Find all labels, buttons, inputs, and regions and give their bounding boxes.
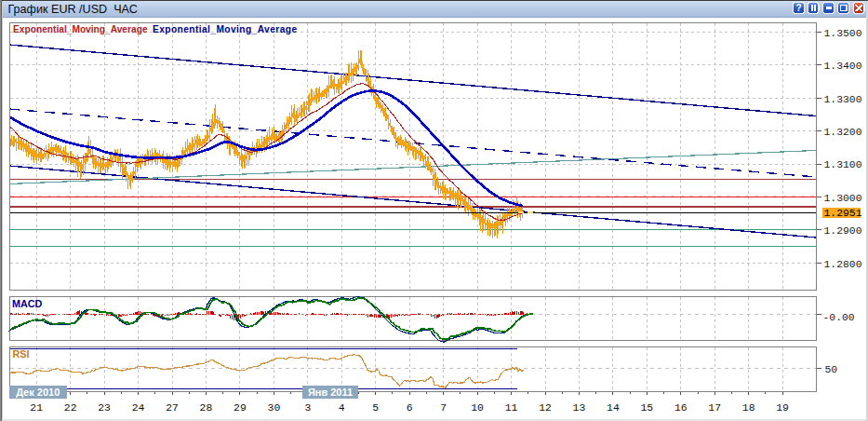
svg-text:1.3400: 1.3400 bbox=[824, 61, 862, 72]
svg-text:7: 7 bbox=[440, 402, 447, 414]
svg-text:Янв 2011: Янв 2011 bbox=[308, 387, 353, 398]
svg-text:?: ? bbox=[796, 3, 802, 13]
svg-text:24: 24 bbox=[132, 402, 145, 414]
svg-text:Дек 2010: Дек 2010 bbox=[16, 387, 60, 398]
svg-text:27: 27 bbox=[166, 402, 179, 414]
svg-text:14: 14 bbox=[607, 402, 620, 414]
svg-text:15: 15 bbox=[640, 402, 653, 414]
svg-text:6: 6 bbox=[407, 402, 413, 414]
svg-text:12: 12 bbox=[539, 402, 552, 414]
svg-text:1.3200: 1.3200 bbox=[824, 127, 862, 138]
svg-text:Exponential_Moving_Average: Exponential_Moving_Average bbox=[13, 24, 148, 34]
svg-text:MACD: MACD bbox=[12, 298, 43, 309]
svg-text:50: 50 bbox=[825, 364, 838, 375]
svg-text:11: 11 bbox=[505, 402, 518, 414]
svg-text:-0.00: -0.00 bbox=[823, 312, 855, 323]
svg-text:1.3100: 1.3100 bbox=[824, 159, 862, 170]
svg-text:График EUR /USD ЧАС: График EUR /USD ЧАС bbox=[8, 3, 138, 16]
svg-text:1.2951: 1.2951 bbox=[824, 208, 862, 219]
svg-text:Exponential_Moving_Average: Exponential_Moving_Average bbox=[153, 24, 297, 34]
svg-text:1.3300: 1.3300 bbox=[824, 94, 862, 105]
svg-text:3: 3 bbox=[304, 402, 311, 414]
svg-text:18: 18 bbox=[742, 402, 755, 414]
svg-text:28: 28 bbox=[200, 402, 213, 414]
svg-text:1.3500: 1.3500 bbox=[824, 28, 862, 39]
svg-text:1.2800: 1.2800 bbox=[824, 259, 862, 270]
svg-text:RSI: RSI bbox=[13, 348, 30, 360]
svg-text:21: 21 bbox=[30, 402, 43, 414]
svg-text:17: 17 bbox=[708, 402, 721, 414]
svg-text:19: 19 bbox=[776, 402, 789, 414]
svg-text:23: 23 bbox=[98, 402, 111, 414]
svg-text:22: 22 bbox=[64, 402, 77, 414]
svg-text:13: 13 bbox=[573, 402, 586, 414]
svg-text:1.3000: 1.3000 bbox=[824, 193, 862, 204]
svg-text:5: 5 bbox=[372, 402, 379, 414]
svg-text:10: 10 bbox=[471, 402, 484, 414]
svg-text:4: 4 bbox=[339, 402, 345, 414]
svg-text:29: 29 bbox=[234, 402, 247, 414]
svg-text:16: 16 bbox=[674, 402, 688, 414]
svg-text:30: 30 bbox=[268, 402, 281, 414]
svg-text:1.2900: 1.2900 bbox=[824, 225, 862, 237]
